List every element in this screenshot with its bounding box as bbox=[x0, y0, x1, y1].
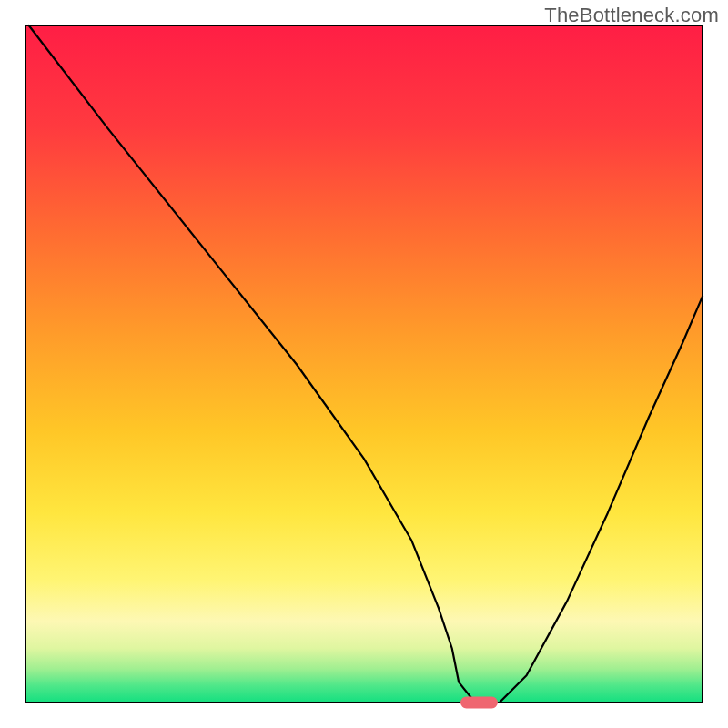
watermark-text: TheBottleneck.com bbox=[544, 4, 719, 27]
bottleneck-range-marker bbox=[460, 697, 498, 709]
bottleneck-chart bbox=[0, 0, 728, 728]
plot-area bbox=[25, 25, 703, 709]
plot-background bbox=[25, 25, 703, 703]
chart-container: TheBottleneck.com bbox=[0, 0, 728, 728]
